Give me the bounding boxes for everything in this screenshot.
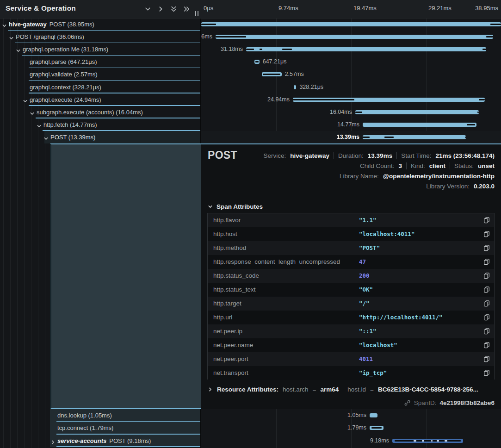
copy-button[interactable] bbox=[483, 258, 490, 266]
copy-button[interactable] bbox=[483, 314, 490, 321]
copy-button[interactable] bbox=[483, 286, 490, 293]
panel-resize-grip[interactable] bbox=[195, 11, 199, 16]
child-span-marker bbox=[260, 49, 263, 50]
span-duration-bar[interactable] bbox=[363, 123, 476, 127]
duration-label: 14.77ms bbox=[337, 121, 359, 128]
span-attributes-header[interactable]: Span Attributes bbox=[208, 203, 263, 210]
copy-button[interactable] bbox=[483, 342, 490, 349]
attr-row: net.peer.name"localhost" bbox=[208, 338, 494, 352]
span-id-row: SpanID: 4e21998f3b82abe6 bbox=[404, 399, 495, 406]
meta-divider bbox=[334, 152, 334, 159]
chevron-down-icon bbox=[208, 204, 213, 209]
span-row-name[interactable]: http.fetch (14.77ms) bbox=[0, 118, 201, 131]
copy-button[interactable] bbox=[483, 244, 490, 252]
span-duration-bar[interactable] bbox=[370, 426, 383, 430]
child-span-marker-light bbox=[431, 440, 433, 442]
span-row-timeline: 36.06ms bbox=[201, 31, 501, 43]
span-row-name[interactable]: POST (13.39ms) bbox=[0, 131, 201, 143]
span-row-name[interactable]: graphql.context (328.21μs) bbox=[0, 81, 201, 93]
chevron-down-icon[interactable] bbox=[43, 135, 49, 140]
child-span-marker-light bbox=[414, 440, 416, 442]
expand-all-icon[interactable] bbox=[183, 6, 190, 12]
copy-button[interactable] bbox=[483, 369, 490, 377]
span-duration-bar[interactable] bbox=[246, 47, 486, 51]
meta-label: Duration: bbox=[338, 152, 364, 159]
resource-attributes-row[interactable]: Resource Attributes: host.arch=arm64host… bbox=[208, 386, 478, 393]
attr-key: http.target bbox=[213, 297, 241, 311]
span-row-name[interactable]: graphql.validate (2.57ms) bbox=[0, 68, 201, 81]
attr-value: 200 bbox=[359, 269, 370, 283]
chevron-right-icon[interactable] bbox=[50, 438, 56, 443]
span-duration-bar[interactable] bbox=[254, 60, 260, 64]
chevron-down-icon[interactable] bbox=[30, 110, 35, 115]
span-duration-bar[interactable] bbox=[294, 85, 296, 89]
span-row-name[interactable]: tcp.connect (1.79ms) bbox=[0, 422, 201, 434]
duration-label: 9.18ms bbox=[370, 437, 389, 444]
span-row-timeline: 328.21μs bbox=[201, 81, 501, 93]
span-row-timeline: 13.39ms bbox=[201, 131, 501, 143]
duration-label: 13.39ms bbox=[337, 134, 359, 140]
span-row-timeline: 16.04ms bbox=[201, 106, 501, 118]
meta-label: Start Time: bbox=[401, 152, 431, 159]
chevron-down-icon[interactable] bbox=[23, 97, 28, 102]
operation-label: graphql.context (328.21μs) bbox=[30, 84, 101, 91]
copy-button[interactable] bbox=[483, 272, 490, 280]
span-row-text: graphql.execute (24.94ms) bbox=[30, 93, 101, 106]
span-row-timeline: 1.05ms bbox=[201, 409, 501, 422]
chevron-down-icon[interactable] bbox=[9, 34, 14, 39]
span-row-name[interactable]: graphql.parse (647.21μs) bbox=[0, 56, 201, 68]
duration-label: 31.18ms bbox=[221, 46, 243, 52]
duration-label: 16.04ms bbox=[330, 109, 352, 115]
copy-button[interactable] bbox=[483, 300, 490, 307]
attr-row: http.method"POST" bbox=[208, 241, 494, 255]
span-duration-bar[interactable] bbox=[363, 135, 466, 139]
copy-button[interactable] bbox=[483, 230, 490, 238]
duration-label: 1.79ms bbox=[347, 424, 366, 431]
span-row-name[interactable]: service-accountsPOST (9.18ms) bbox=[0, 435, 201, 447]
service-name: hive-gateway bbox=[9, 21, 47, 28]
span-duration-bar[interactable] bbox=[293, 98, 485, 102]
span-row-text: tcp.connect (1.79ms) bbox=[57, 422, 113, 434]
span-row-text: graphql.context (328.21μs) bbox=[30, 81, 101, 93]
span-duration-bar[interactable] bbox=[355, 110, 479, 114]
ruler-tick-label: 19.47ms bbox=[353, 5, 377, 12]
span-duration-bar[interactable] bbox=[201, 22, 501, 26]
copy-button[interactable] bbox=[483, 217, 490, 224]
span-row-name[interactable]: graphql.operation Me (31.18ms) bbox=[0, 43, 201, 56]
span-row-name[interactable]: POST /graphql (36.06ms) bbox=[0, 31, 201, 43]
collapse-one-icon[interactable] bbox=[144, 6, 151, 12]
resource-value: BC62E13B-C4CC-5854-9788-256... bbox=[378, 386, 478, 393]
span-row-name[interactable]: hive-gatewayPOST (38.95ms) bbox=[0, 18, 201, 31]
collapse-all-icon[interactable] bbox=[170, 6, 177, 12]
chevron-down-icon[interactable] bbox=[37, 122, 42, 127]
span-row-name[interactable]: subgraph.execute (accounts) (16.04ms) bbox=[0, 106, 201, 118]
link-icon[interactable] bbox=[404, 399, 411, 406]
chevron-down-icon[interactable] bbox=[16, 47, 21, 52]
meta-divider bbox=[450, 162, 450, 169]
copy-button[interactable] bbox=[483, 355, 490, 363]
span-row-name[interactable]: dns.lookup (1.05ms) bbox=[0, 409, 201, 422]
meta-value: unset bbox=[478, 162, 495, 169]
chevron-down-icon[interactable] bbox=[2, 22, 7, 27]
duration-label: 1.05ms bbox=[347, 412, 366, 418]
span-row-timeline: 1.79ms bbox=[201, 422, 501, 434]
attr-key: http.status_text bbox=[213, 283, 256, 297]
span-duration-bar[interactable] bbox=[216, 35, 493, 39]
attr-key: http.status_code bbox=[213, 269, 259, 283]
child-span-marker bbox=[201, 24, 216, 25]
row-underline bbox=[56, 446, 201, 447]
span-row-text: POST (13.39ms) bbox=[50, 131, 95, 143]
meta-label: Child Count: bbox=[360, 162, 394, 169]
child-span-marker bbox=[467, 124, 475, 125]
span-duration-bar[interactable] bbox=[370, 413, 377, 417]
attr-value: "1.1" bbox=[359, 213, 377, 227]
expand-one-icon[interactable] bbox=[157, 6, 164, 12]
resource-value: arm64 bbox=[320, 386, 339, 393]
copy-button[interactable] bbox=[483, 328, 490, 335]
span-duration-bar[interactable] bbox=[262, 72, 282, 76]
span-duration-bar[interactable] bbox=[392, 439, 463, 443]
span-id-value: 4e21998f3b82abe6 bbox=[439, 399, 495, 406]
attr-row: http.status_text"OK" bbox=[208, 283, 494, 297]
span-row-name[interactable]: graphql.execute (24.94ms) bbox=[0, 93, 201, 106]
child-span-marker bbox=[479, 99, 484, 100]
